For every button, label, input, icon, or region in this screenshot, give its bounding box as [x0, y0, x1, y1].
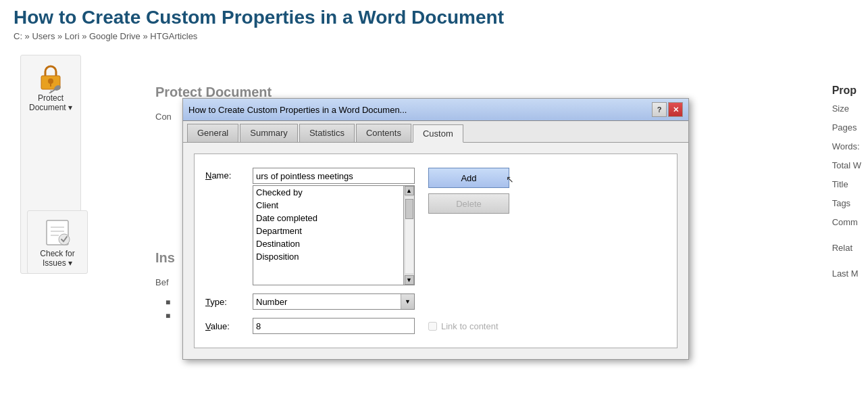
- right-panel-lastm: Last M: [832, 264, 861, 283]
- right-panel-comm: Comm: [832, 213, 861, 232]
- dialog-titlebar: How to Create Custom Properties in a Wor…: [183, 99, 688, 121]
- list-item-client[interactable]: Client: [253, 199, 403, 212]
- link-content-checkbox[interactable]: [428, 322, 437, 331]
- name-listbox[interactable]: Checked by Client Date completed Departm…: [253, 185, 415, 285]
- inspect-section-sub: Bef: [155, 277, 169, 287]
- properties-dialog: How to Create Custom Properties in a Wor…: [182, 98, 689, 360]
- list-item-checked-by[interactable]: Checked by: [253, 186, 403, 199]
- right-panel-title: Prop: [832, 85, 861, 97]
- list-item-destination[interactable]: Destination: [253, 237, 403, 250]
- type-label: Type:: [205, 297, 253, 307]
- scrollbar-track: [405, 197, 414, 274]
- list-item-disposition[interactable]: Disposition: [253, 250, 403, 263]
- dialog-close-button[interactable]: ✕: [668, 102, 683, 117]
- add-button-label: Add: [461, 173, 476, 183]
- name-label: Name:: [205, 168, 253, 181]
- link-content-label: Link to content: [441, 321, 499, 331]
- value-label: Value:: [205, 321, 253, 331]
- scrollbar-up[interactable]: ▲: [405, 186, 414, 195]
- dialog-body: Name: Checked by Client Date completed D…: [183, 143, 688, 359]
- tab-general[interactable]: General: [187, 124, 238, 142]
- action-buttons: Add ↖ Delete: [428, 168, 509, 214]
- right-panel: Prop Size Pages Words: Total W Title Tag…: [832, 85, 861, 283]
- breadcrumb: C: » Users » Lori » Google Drive » HTGAr…: [14, 31, 854, 41]
- check-issues-label: Check for Issues ▾: [40, 249, 74, 268]
- value-input[interactable]: [253, 318, 415, 334]
- name-row: Name: Checked by Client Date completed D…: [205, 168, 666, 285]
- right-panel-size: Size: [832, 99, 861, 118]
- check-issues-button[interactable]: Check for Issues ▾: [27, 210, 88, 274]
- tab-summary[interactable]: Summary: [240, 124, 298, 142]
- list-item-department[interactable]: Department: [253, 225, 403, 237]
- cursor-icon: ↖: [506, 174, 514, 185]
- delete-button[interactable]: Delete: [428, 193, 509, 214]
- dialog-title-text: How to Create Custom Properties in a Wor…: [188, 105, 407, 115]
- right-panel-relat: Relat: [832, 239, 861, 258]
- page-title: How to Create Custom Properties in a Wor…: [14, 7, 854, 28]
- type-select-value: Number: [253, 297, 287, 307]
- name-label-text: N: [205, 170, 211, 181]
- right-panel-words: Words:: [832, 137, 861, 156]
- tab-contents[interactable]: Contents: [356, 124, 411, 142]
- type-select-arrow[interactable]: ▼: [401, 294, 414, 309]
- protect-section-sub: Con: [155, 112, 172, 122]
- right-panel-total: Total W: [832, 156, 861, 175]
- name-list-items: Checked by Client Date completed Departm…: [253, 186, 403, 285]
- scrollbar-thumb[interactable]: [405, 199, 413, 219]
- dialog-content: Name: Checked by Client Date completed D…: [194, 154, 678, 348]
- link-checkbox-area: Link to content: [428, 321, 499, 331]
- type-row: Type: Number ▼: [205, 293, 666, 310]
- type-select[interactable]: Number ▼: [253, 293, 415, 310]
- list-item-date-completed[interactable]: Date completed: [253, 212, 403, 225]
- inspect-section-header: Ins: [155, 250, 175, 266]
- lock-icon: [34, 61, 67, 93]
- tab-statistics[interactable]: Statistics: [299, 124, 355, 142]
- listbox-scrollbar[interactable]: ▲ ▼: [403, 186, 414, 285]
- right-panel-items: Size Pages Words: Total W Title Tags Com…: [832, 99, 861, 283]
- tab-custom[interactable]: Custom: [413, 124, 463, 143]
- name-input[interactable]: [253, 168, 415, 184]
- svg-point-1: [48, 78, 53, 84]
- dialog-title-buttons: ? ✕: [652, 102, 683, 117]
- inspect-bullet-2: ■: [165, 311, 170, 321]
- right-panel-pages: Pages: [832, 118, 861, 137]
- dialog-help-button[interactable]: ?: [652, 102, 667, 117]
- scrollbar-down[interactable]: ▼: [405, 275, 414, 285]
- dialog-tabs: General Summary Statistics Contents Cust…: [183, 121, 688, 143]
- delete-button-label: Delete: [456, 199, 482, 209]
- check-issues-icon: [41, 216, 74, 249]
- right-panel-tags: Tags: [832, 194, 861, 213]
- inspect-bullet-1: ■: [165, 298, 170, 307]
- name-controls: Checked by Client Date completed Departm…: [253, 168, 415, 285]
- protect-document-label: Protect Document ▾: [29, 93, 72, 112]
- add-button[interactable]: Add ↖: [428, 168, 509, 188]
- right-panel-title-item: Title: [832, 175, 861, 194]
- value-row: Value: Link to content: [205, 318, 666, 334]
